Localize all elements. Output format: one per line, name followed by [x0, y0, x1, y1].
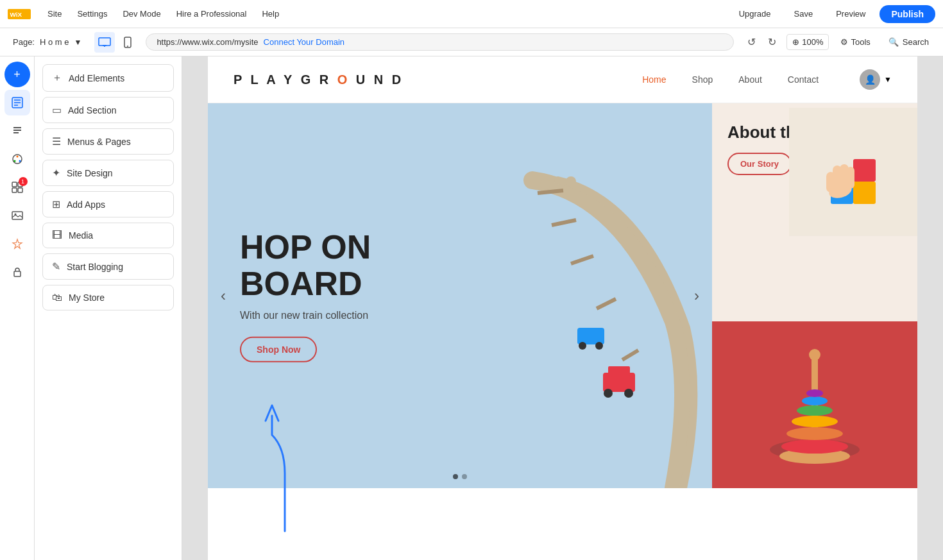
zoom-icon: ⊕ [792, 37, 799, 47]
nav-site[interactable]: Site [41, 6, 68, 21]
search-label: Search [903, 37, 929, 47]
site-nav-shop[interactable]: Shop [692, 74, 713, 85]
hero-title-line1: HOP ON [240, 229, 371, 266]
canvas-gutter-right [917, 56, 943, 560]
hero-right: About the Playground Our Story [712, 103, 917, 488]
add-apps-icon: ⊞ [52, 198, 60, 210]
svg-point-50 [781, 439, 848, 454]
left-sidebar: + 1 [0, 56, 35, 560]
hero-dots [453, 474, 467, 479]
svg-rect-18 [18, 188, 22, 192]
blogging-icon: ✎ [52, 260, 60, 273]
plus-icon: + [13, 68, 21, 81]
svg-point-55 [806, 389, 823, 397]
tools-label: Tools [851, 37, 870, 47]
sidebar-media-icon[interactable] [4, 203, 30, 228]
hero-image [494, 129, 712, 488]
desktop-view-icon[interactable] [94, 32, 115, 53]
hero-section: HOP ON BOARD With our new train collecti… [208, 103, 917, 488]
start-blogging-button[interactable]: ✎ Start Blogging [42, 253, 174, 280]
search-button[interactable]: 🔍 Search [882, 35, 935, 49]
svg-rect-19 [12, 212, 22, 219]
hero-left: HOP ON BOARD With our new train collecti… [208, 103, 712, 488]
shop-now-button[interactable]: Shop Now [240, 337, 317, 362]
add-elements-icon: ＋ [52, 71, 62, 85]
site-design-label: Site Design [67, 168, 113, 178]
zoom-indicator[interactable]: ⊕ 100% [786, 34, 829, 50]
site-nav-contact[interactable]: Contact [788, 74, 819, 85]
sidebar-add-icon[interactable]: + [4, 62, 30, 87]
site-nav: Home Shop About Contact 👤 ▼ [642, 69, 892, 90]
sidebar-marketing-icon[interactable] [4, 231, 30, 257]
hero-title: HOP ON BOARD [240, 229, 371, 302]
page-name: H o m e [40, 37, 69, 47]
add-apps-button[interactable]: ⊞ Add Apps [42, 191, 174, 217]
site-nav-about[interactable]: About [738, 74, 762, 85]
sidebar-design-icon[interactable] [4, 146, 30, 172]
zoom-level: 100% [802, 37, 823, 47]
address-bar: Page: H o m e ▼ https://www.wix.com/mysi… [0, 28, 943, 56]
menus-pages-button[interactable]: ☰ Menus & Pages [42, 128, 174, 155]
media-icon: 🎞 [52, 230, 62, 241]
hero-dot-2[interactable] [462, 474, 467, 479]
hero-nav-left[interactable]: ‹ [213, 285, 234, 306]
add-section-button[interactable]: ▭ Add Section [42, 97, 174, 123]
store-icon: 🛍 [52, 292, 62, 303]
tools-icon: ⚙ [840, 37, 848, 47]
svg-point-51 [786, 427, 843, 440]
page-label: Page: [13, 37, 35, 47]
nav-help[interactable]: Help [255, 6, 285, 21]
svg-point-35 [579, 342, 586, 350]
svg-point-12 [16, 156, 18, 158]
upgrade-button[interactable]: Upgrade [730, 6, 780, 22]
save-button[interactable]: Save [785, 6, 822, 22]
svg-point-52 [792, 416, 838, 427]
main-area: + 1 ＋ Add Elements ▭ [0, 56, 943, 560]
media-button[interactable]: 🎞 Media [42, 223, 174, 248]
account-avatar: 👤 [860, 69, 880, 90]
about-section: About the Playground Our Story [712, 103, 917, 321]
undo-button[interactable]: ↺ [742, 33, 761, 52]
nav-settings[interactable]: Settings [71, 6, 114, 21]
svg-rect-2 [99, 38, 110, 46]
add-section-icon: ▭ [52, 104, 62, 116]
about-rings-image [712, 321, 917, 488]
add-elements-label: Add Elements [69, 73, 124, 83]
top-bar: WiX Site Settings Dev Mode Hire a Profes… [0, 0, 943, 28]
sidebar-pages-icon[interactable] [4, 90, 30, 115]
account-chevron-icon: ▼ [884, 75, 892, 84]
publish-button[interactable]: Publish [879, 5, 935, 23]
preview-button[interactable]: Preview [827, 6, 874, 22]
tools-button[interactable]: ⚙ Tools [834, 35, 876, 49]
url-bar[interactable]: https://www.wix.com/mysite Connect Your … [146, 33, 734, 51]
page-selector[interactable]: Page: H o m e ▼ [8, 35, 87, 49]
apps-badge: 1 [19, 177, 28, 186]
logo-highlight: O [337, 72, 350, 87]
sidebar-blog-icon[interactable] [4, 118, 30, 144]
sidebar-lock-icon[interactable] [4, 259, 30, 285]
site-nav-home[interactable]: Home [642, 74, 666, 85]
hero-subtitle: With our new train collection [240, 310, 371, 321]
connect-domain-link[interactable]: Connect Your Domain [264, 37, 344, 47]
nav-dev-mode[interactable]: Dev Mode [116, 6, 167, 21]
address-bar-tools: ↺ ↻ ⊕ 100% ⚙ Tools 🔍 Search [742, 33, 935, 52]
site-nav-account[interactable]: 👤 ▼ [860, 69, 892, 90]
svg-point-6 [127, 46, 128, 47]
our-story-button[interactable]: Our Story [727, 153, 792, 175]
search-icon: 🔍 [888, 37, 899, 47]
site-design-button[interactable]: ✦ Site Design [42, 160, 174, 186]
svg-text:WiX: WiX [10, 10, 22, 17]
canvas-gutter-left [182, 56, 208, 560]
add-elements-button[interactable]: ＋ Add Elements [42, 64, 174, 92]
sidebar-apps-icon[interactable]: 1 [4, 174, 30, 200]
store-label: My Store [69, 293, 105, 303]
site-header: P L A Y G R O U N D Home Shop About Cont… [208, 56, 917, 103]
mobile-view-icon[interactable] [117, 32, 138, 53]
my-store-button[interactable]: 🛍 My Store [42, 285, 174, 310]
nav-hire[interactable]: Hire a Professional [170, 6, 253, 21]
panel: ＋ Add Elements ▭ Add Section ☰ Menus & P… [35, 56, 182, 560]
svg-point-53 [797, 405, 833, 416]
hero-dot-1[interactable] [453, 474, 458, 479]
hero-nav-right[interactable]: › [686, 285, 707, 306]
redo-button[interactable]: ↻ [762, 33, 781, 52]
